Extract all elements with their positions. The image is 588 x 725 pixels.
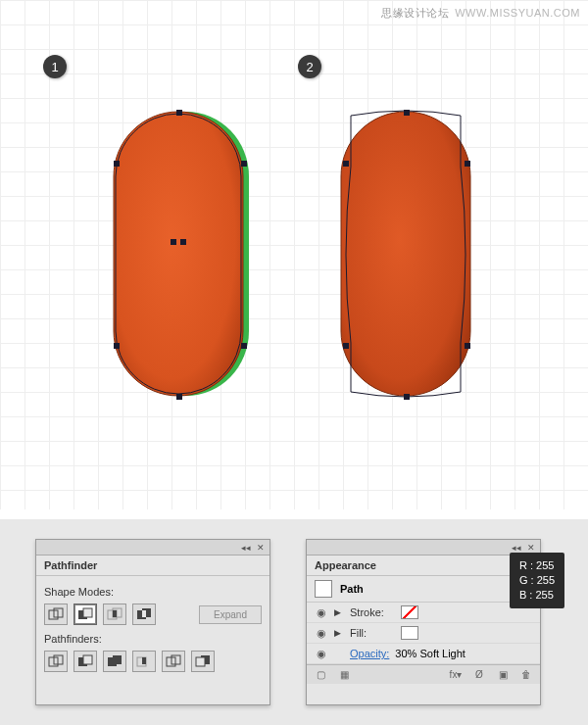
no-fill-icon[interactable]: ▢ xyxy=(313,668,328,682)
anchor-point[interactable] xyxy=(176,394,182,400)
panel-tab-bar: ◂◂ ✕ xyxy=(307,540,540,556)
anchor-point[interactable] xyxy=(343,161,349,167)
anchor-point[interactable] xyxy=(343,343,349,349)
rgb-tooltip: R : 255 G : 255 B : 255 xyxy=(510,553,564,608)
svg-rect-10 xyxy=(113,610,117,617)
opacity-link[interactable]: Opacity: xyxy=(350,648,389,659)
minus-front-button[interactable] xyxy=(74,604,97,625)
pathfinder-title: Pathfinder xyxy=(36,556,270,576)
anchor-point[interactable] xyxy=(241,161,247,167)
shape-modes-label: Shape Modes: xyxy=(44,586,262,598)
fill-swatch[interactable] xyxy=(401,626,418,640)
clear-icon[interactable]: Ø xyxy=(471,668,487,682)
svg-rect-3 xyxy=(341,112,470,396)
duplicate-icon[interactable]: ▣ xyxy=(495,668,511,682)
step-badge-1: 1 xyxy=(43,55,67,78)
capsule-shape-1[interactable] xyxy=(106,108,253,402)
close-icon[interactable]: ✕ xyxy=(255,542,266,553)
unite-button[interactable] xyxy=(44,604,68,625)
trash-icon[interactable]: 🗑 xyxy=(518,668,534,682)
collapse-icon[interactable]: ◂◂ xyxy=(240,542,251,553)
appearance-title: Appearance xyxy=(307,556,540,576)
collapse-icon[interactable]: ◂◂ xyxy=(511,542,521,553)
svg-rect-21 xyxy=(142,657,146,664)
rgb-g: G : 255 xyxy=(519,573,555,588)
merge-button[interactable] xyxy=(103,651,126,672)
capsule-shape-2[interactable] xyxy=(333,108,480,402)
divide-button[interactable] xyxy=(44,651,68,672)
outline-button[interactable] xyxy=(162,651,185,672)
minus-back-button[interactable] xyxy=(191,651,215,672)
visibility-toggle-icon[interactable]: ◉ xyxy=(315,647,328,660)
stroke-swatch[interactable] xyxy=(401,605,418,619)
rgb-r: R : 255 xyxy=(519,558,555,573)
fill-label: Fill: xyxy=(350,627,395,639)
watermark: 思缘设计论坛WWW.MISSYUAN.COM xyxy=(381,6,580,21)
anchor-point[interactable] xyxy=(404,110,410,116)
pathfinders-label: Pathfinders: xyxy=(44,633,262,645)
svg-rect-25 xyxy=(196,657,205,666)
svg-rect-7 xyxy=(83,608,92,617)
appearance-object-row: Path xyxy=(307,576,540,603)
expand-button[interactable]: Expand xyxy=(199,605,262,624)
close-icon[interactable]: ✕ xyxy=(525,542,536,553)
exclude-button[interactable] xyxy=(132,604,156,625)
anchor-point[interactable] xyxy=(465,161,470,167)
visibility-toggle-icon[interactable]: ◉ xyxy=(315,605,328,619)
svg-rect-13 xyxy=(142,610,146,617)
anchor-point[interactable] xyxy=(241,343,247,349)
expand-triangle-icon[interactable]: ▶ xyxy=(334,628,344,638)
panel-tab-bar: ◂◂ ✕ xyxy=(36,540,270,556)
crop-button[interactable] xyxy=(132,651,156,672)
visibility-toggle-icon[interactable]: ◉ xyxy=(315,626,328,640)
anchor-point[interactable] xyxy=(114,343,120,349)
center-point[interactable] xyxy=(180,239,186,245)
step-badge-2: 2 xyxy=(298,55,321,78)
opacity-value: 30% Soft Light xyxy=(395,648,466,659)
anchor-point[interactable] xyxy=(176,110,182,116)
opacity-row[interactable]: ◉ Opacity: 30% Soft Light xyxy=(307,644,540,664)
layers-icon[interactable]: ▦ xyxy=(336,668,352,682)
center-point[interactable] xyxy=(171,239,176,245)
stroke-label: Stroke: xyxy=(350,606,395,618)
appearance-footer: ▢ ▦ fx▾ Ø ▣ 🗑 xyxy=(307,664,540,684)
appearance-panel: ◂◂ ✕ Appearance Path ◉ ▶ Stroke: ◉ ▶ Fil… xyxy=(306,539,541,705)
fx-icon[interactable]: fx▾ xyxy=(448,668,464,682)
artboard-canvas[interactable]: 1 2 xyxy=(0,0,588,509)
panels-area: ◂◂ ✕ Pathfinder Shape Modes: Expand Path… xyxy=(0,519,588,725)
expand-triangle-icon[interactable]: ▶ xyxy=(334,607,344,617)
anchor-point[interactable] xyxy=(404,394,410,400)
stroke-row[interactable]: ◉ ▶ Stroke: xyxy=(307,603,540,623)
object-label: Path xyxy=(340,583,364,595)
intersect-button[interactable] xyxy=(103,604,126,625)
object-thumb xyxy=(315,580,332,598)
pathfinder-panel: ◂◂ ✕ Pathfinder Shape Modes: Expand Path… xyxy=(35,539,270,705)
svg-rect-19 xyxy=(113,655,122,664)
anchor-point[interactable] xyxy=(465,343,470,349)
svg-rect-17 xyxy=(83,655,92,664)
svg-rect-1 xyxy=(114,112,243,396)
anchor-point[interactable] xyxy=(114,161,120,167)
fill-row[interactable]: ◉ ▶ Fill: xyxy=(307,623,540,644)
rgb-b: B : 255 xyxy=(519,588,555,603)
trim-button[interactable] xyxy=(74,651,97,672)
